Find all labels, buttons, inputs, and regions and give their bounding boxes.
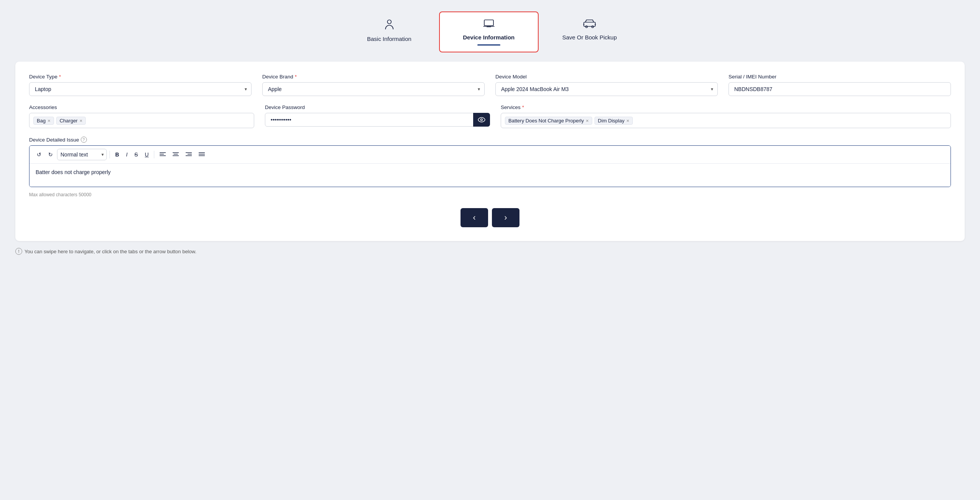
device-model-select[interactable]: Apple 2024 MacBook Air M3 Apple 2023 Mac…: [495, 82, 718, 96]
remove-dim-display-tag-button[interactable]: ×: [626, 118, 629, 123]
device-model-label: Device Model: [495, 74, 718, 80]
device-detailed-issue-group: Device Detailed Issue ? ↺ ↻ Normal text …: [29, 137, 951, 197]
device-password-wrapper: [265, 113, 490, 127]
svg-point-6: [481, 119, 483, 121]
stepper: Basic Information Device Information Sav…: [15, 11, 965, 52]
step-device-information[interactable]: Device Information: [439, 11, 539, 52]
device-detailed-issue-label: Device Detailed Issue ?: [29, 137, 951, 143]
remove-battery-tag-button[interactable]: ×: [586, 118, 589, 123]
help-icon[interactable]: ?: [81, 137, 87, 143]
device-password-label: Device Password: [265, 104, 490, 110]
serial-imei-label: Serial / IMEI Number: [728, 74, 951, 80]
device-model-group: Device Model Apple 2024 MacBook Air M3 A…: [495, 74, 718, 96]
service-tag-dim-display: Dim Display ×: [595, 117, 633, 125]
device-type-group: Device Type * Laptop Phone Tablet Deskto…: [29, 74, 252, 96]
align-center-icon: [173, 152, 179, 157]
hint-info-icon: !: [15, 248, 22, 255]
services-tags-input[interactable]: Battery Does Not Charge Properly × Dim D…: [501, 113, 951, 128]
editor-toolbar: ↺ ↻ Normal text Heading 1 Heading 2 Head…: [29, 146, 951, 164]
undo-button[interactable]: ↺: [34, 150, 44, 159]
rich-text-editor: ↺ ↻ Normal text Heading 1 Heading 2 Head…: [29, 145, 951, 187]
hint-container: ! You can swipe here to navigate, or cli…: [15, 248, 965, 255]
strikethrough-button[interactable]: S: [132, 150, 140, 159]
align-justify-icon: [199, 152, 205, 157]
form-row-1: Device Type * Laptop Phone Tablet Deskto…: [29, 74, 951, 96]
service-tag-battery: Battery Does Not Charge Properly ×: [505, 117, 592, 125]
step-save-or-book-pickup[interactable]: Save Or Book Pickup: [539, 11, 641, 47]
bold-button[interactable]: B: [113, 150, 122, 159]
align-right-icon: [186, 152, 192, 157]
accessories-label: Accessories: [29, 104, 254, 110]
next-button[interactable]: ›: [492, 208, 519, 227]
remove-bag-tag-button[interactable]: ×: [47, 118, 51, 123]
svg-point-4: [585, 26, 587, 28]
step-basic-information-label: Basic Information: [367, 36, 412, 42]
accessories-tags-input[interactable]: Bag × Charger ×: [29, 113, 254, 128]
editor-content[interactable]: Batter does not charge properly: [29, 164, 951, 187]
accessory-tag-bag: Bag ×: [33, 117, 54, 125]
accessories-group: Accessories Bag × Charger ×: [29, 104, 254, 128]
device-brand-required: *: [295, 74, 297, 80]
device-brand-select-wrapper: Apple Samsung Dell HP Lenovo Other ▾: [262, 82, 485, 96]
serial-imei-group: Serial / IMEI Number: [728, 74, 951, 96]
main-card: Device Type * Laptop Phone Tablet Deskto…: [15, 62, 965, 241]
step-device-information-label: Device Information: [463, 34, 514, 41]
svg-point-5: [591, 26, 593, 28]
svg-point-0: [387, 20, 391, 24]
device-brand-label: Device Brand *: [262, 74, 485, 80]
device-type-required: *: [59, 74, 61, 80]
laptop-icon: [483, 19, 495, 31]
underline-button[interactable]: U: [142, 150, 151, 159]
toolbar-separator-1: [109, 151, 110, 158]
accessory-tag-charger: Charger ×: [56, 117, 86, 125]
device-model-select-wrapper: Apple 2024 MacBook Air M3 Apple 2023 Mac…: [495, 82, 718, 96]
serial-imei-input[interactable]: [728, 82, 951, 96]
redo-button[interactable]: ↻: [46, 150, 56, 159]
next-arrow-icon: ›: [504, 213, 507, 223]
device-type-select-wrapper: Laptop Phone Tablet Desktop Other ▾: [29, 82, 252, 96]
car-icon: [583, 19, 596, 31]
device-type-select[interactable]: Laptop Phone Tablet Desktop Other: [29, 82, 252, 96]
device-brand-select[interactable]: Apple Samsung Dell HP Lenovo Other: [262, 82, 485, 96]
hint-text: You can swipe here to navigate, or click…: [24, 249, 196, 254]
device-password-group: Device Password: [265, 104, 490, 128]
align-justify-button[interactable]: [196, 150, 207, 159]
align-left-button[interactable]: [157, 150, 168, 159]
char-limit-text: Max allowed characters 50000: [29, 192, 951, 197]
services-label: Services *: [501, 104, 951, 110]
services-required: *: [522, 104, 524, 110]
step-basic-information[interactable]: Basic Information: [340, 11, 439, 49]
svg-rect-1: [484, 20, 493, 26]
device-password-input[interactable]: [265, 113, 490, 127]
text-style-select[interactable]: Normal text Heading 1 Heading 2 Heading …: [57, 149, 107, 160]
italic-button[interactable]: I: [123, 150, 130, 159]
step-device-information-underline: [477, 44, 500, 46]
svg-rect-3: [584, 22, 595, 26]
toggle-password-button[interactable]: [473, 113, 490, 127]
prev-arrow-icon: ‹: [473, 213, 475, 223]
services-group: Services * Battery Does Not Charge Prope…: [501, 104, 951, 128]
align-left-icon: [160, 152, 166, 157]
align-right-button[interactable]: [183, 150, 194, 159]
prev-button[interactable]: ‹: [461, 208, 488, 227]
form-row-2: Accessories Bag × Charger × Device Passw…: [29, 104, 951, 128]
nav-buttons: ‹ ›: [29, 208, 951, 227]
person-icon: [385, 19, 394, 33]
svg-rect-2: [487, 26, 491, 27]
step-save-or-book-pickup-label: Save Or Book Pickup: [562, 34, 617, 41]
device-brand-group: Device Brand * Apple Samsung Dell HP Len…: [262, 74, 485, 96]
eye-icon: [478, 117, 485, 122]
remove-charger-tag-button[interactable]: ×: [80, 118, 83, 123]
toolbar-separator-2: [154, 151, 154, 158]
text-style-select-wrapper: Normal text Heading 1 Heading 2 Heading …: [57, 149, 107, 160]
align-center-button[interactable]: [170, 150, 181, 159]
device-type-label: Device Type *: [29, 74, 252, 80]
